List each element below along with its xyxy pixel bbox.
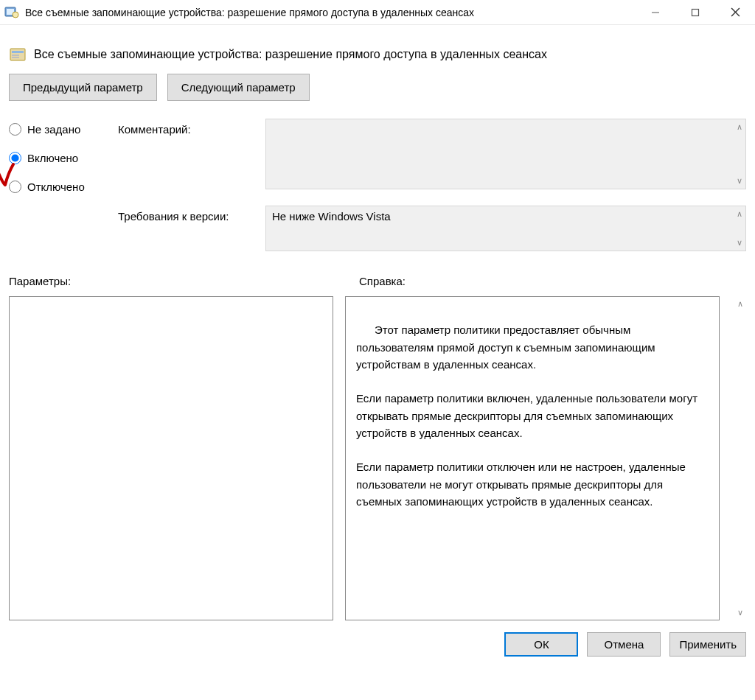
scroll-down-icon[interactable]: ∨ [737,238,742,248]
help-label: Справка: [359,275,746,287]
supported-value: Не ниже Windows Vista [272,210,391,223]
radio-enabled-input[interactable] [9,152,21,164]
radio-not-configured-label: Не задано [27,123,80,136]
scroll-up-icon[interactable]: ∧ [737,299,743,309]
options-label: Параметры: [9,275,344,287]
scroll-down-icon[interactable]: ∨ [737,608,743,617]
apply-button[interactable]: Применить [669,632,746,657]
previous-setting-button[interactable]: Предыдущий параметр [9,74,157,101]
radio-enabled[interactable]: Включено [9,152,118,164]
options-panel[interactable] [9,296,333,620]
ok-button[interactable]: ОК [504,632,578,657]
maximize-button[interactable] [675,0,715,25]
svg-point-2 [13,12,18,18]
close-button[interactable] [715,0,755,25]
radio-disabled[interactable]: Отключено [9,181,118,193]
policy-state-section: Не задано Включено Отключено Комментарий… [9,119,746,251]
policy-heading: Все съемные запоминающие устройства: раз… [34,48,547,61]
help-panel[interactable]: Этот параметр политики предоставляет обы… [345,296,720,620]
panels-section: Этот параметр политики предоставляет обы… [9,296,746,620]
comment-label: Комментарий: [118,119,265,136]
comment-textbox[interactable]: ∧ ∨ [265,119,746,189]
scroll-up-icon[interactable]: ∧ [737,122,742,132]
supported-textbox: Не ниже Windows Vista ∧ ∨ [265,206,746,251]
policy-window-icon [4,5,19,20]
scroll-down-icon[interactable]: ∨ [737,176,742,186]
svg-rect-8 [12,51,24,53]
cancel-button[interactable]: Отмена [587,632,661,657]
state-radio-group: Не задано Включено Отключено [9,119,118,193]
radio-not-configured[interactable]: Не задано [9,123,118,136]
policy-heading-icon [9,46,27,63]
svg-rect-9 [12,55,19,56]
radio-not-configured-input[interactable] [9,123,21,136]
window-title: Все съемные запоминающие устройства: раз… [25,7,636,18]
supported-label: Требования к версии: [118,206,265,223]
svg-rect-4 [692,9,699,15]
help-text: Этот параметр политики предоставляет обы… [356,323,700,508]
help-scrollbar[interactable]: ∧ ∨ [731,296,745,620]
next-setting-button[interactable]: Следующий параметр [167,74,310,101]
svg-rect-10 [12,57,19,58]
footer-buttons: ОК Отмена Применить [0,620,755,668]
nav-buttons: Предыдущий параметр Следующий параметр [9,74,746,101]
radio-enabled-label: Включено [27,152,78,164]
title-bar: Все съемные запоминающие устройства: раз… [0,0,755,25]
window-controls [636,0,755,25]
minimize-button[interactable] [636,0,675,25]
lower-labels: Параметры: Справка: [9,275,746,287]
scroll-up-icon[interactable]: ∧ [737,209,742,219]
radio-disabled-input[interactable] [9,181,21,193]
policy-heading-row: Все съемные запоминающие устройства: раз… [9,46,746,63]
radio-disabled-label: Отключено [27,181,85,193]
